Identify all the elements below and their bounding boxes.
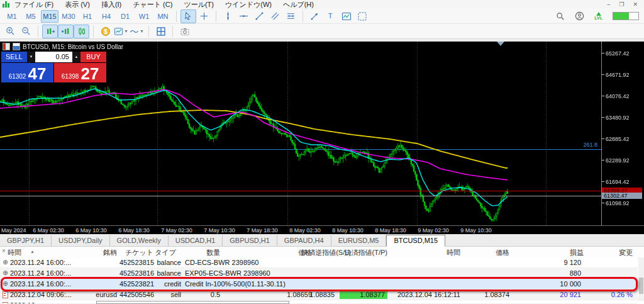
buy-button[interactable]: BUY <box>80 52 106 62</box>
fibonacci-tool-button[interactable] <box>283 9 299 23</box>
time-axis-label: 6 May 10:30 <box>75 227 107 234</box>
timeframe-h1[interactable]: H1 <box>79 10 96 23</box>
chart-shift-marker[interactable] <box>497 42 504 46</box>
one-click-trading-panel: SELL ▼ 0.05 ▲ BUY 61302 47 61398 27 <box>1 52 106 82</box>
column-header-3[interactable]: タイプ <box>148 248 176 257</box>
column-header-11[interactable]: 変更 <box>584 248 633 257</box>
timeframe-w1[interactable]: W1 <box>135 10 153 23</box>
table-row[interactable]: ⊕2023.11.24 16:00:...452523815balance9 1… <box>0 257 638 268</box>
chart-tab-eurusd[interactable]: EURUSD,M5 <box>331 235 387 246</box>
column-header-7[interactable]: 決済指値(T/P) <box>301 248 387 257</box>
menu-item-5[interactable]: ウインドウ(W) <box>225 0 272 9</box>
column-header-8[interactable]: 時間 <box>391 248 460 257</box>
menu-item-6[interactable]: ヘルプ(H) <box>283 0 314 9</box>
menu-item-3[interactable]: チャート (C) <box>133 0 172 9</box>
cell-time: 2023.11.24 16:00:... <box>10 269 80 277</box>
cell-profit: 9 120 <box>512 259 581 266</box>
column-header-9[interactable]: 価格 <box>463 248 509 257</box>
level-indicator[interactable]: LVL <box>594 12 602 20</box>
channel-tool-button[interactable] <box>267 9 283 23</box>
chart-tab-usdcad[interactable]: USDCAD,H1 <box>169 235 223 246</box>
column-header-2[interactable]: チケット <box>114 248 153 257</box>
vertical-scrollbar-thumb[interactable] <box>639 278 643 294</box>
timeframe-m15[interactable]: M15 <box>41 10 58 23</box>
text-tool-button[interactable]: T <box>323 9 338 23</box>
close-button[interactable]: ✕ <box>633 1 638 8</box>
timeframe-m30[interactable]: M30 <box>60 10 77 23</box>
timeframe-mn[interactable]: MN <box>154 10 172 23</box>
vertical-scrollbar[interactable] <box>638 257 644 301</box>
search-icon[interactable] <box>556 12 565 21</box>
bid-quote[interactable]: 61302 47 <box>1 63 53 82</box>
timeframe-h4[interactable]: H4 <box>97 10 115 23</box>
sell-button[interactable]: SELL <box>1 52 27 62</box>
menu-item-2[interactable]: 挿入(I) <box>101 0 121 9</box>
menu-item-0[interactable]: ファイル (F) <box>14 0 53 9</box>
line-style-dropdown[interactable]: ▼ <box>129 25 145 38</box>
cell-time: 2023.12.04 09:06:... <box>10 291 80 298</box>
column-header-1[interactable]: 銘柄 <box>82 248 117 257</box>
cell-comment: CD-ECS-BWR 2398960 <box>185 259 455 266</box>
minimize-button[interactable]: – <box>607 1 610 8</box>
grid-button[interactable] <box>153 25 169 38</box>
separator <box>303 11 303 22</box>
zoom-out-button[interactable] <box>18 25 34 38</box>
screenshot-button[interactable] <box>177 25 192 38</box>
column-header-10[interactable]: 損益 <box>512 248 584 257</box>
cursor-tool-button[interactable] <box>180 9 196 23</box>
separator <box>38 26 38 37</box>
ask-quote[interactable]: 61398 27 <box>54 63 106 82</box>
volume-increase-button[interactable]: ▲ <box>72 52 80 62</box>
horizontal-line-tool-button[interactable] <box>236 9 252 23</box>
titlebar: ファイル (F)表示 (V)挿入(I)チャート (C)ツール(T)ウインドウ(W… <box>0 0 644 9</box>
arrow-object-button[interactable] <box>307 9 323 23</box>
column-header-4[interactable]: 数量 <box>184 248 220 257</box>
timeframe-buttons: M1M5M15M30H1H4D1W1MN <box>3 10 172 23</box>
indicators-button[interactable] <box>338 9 354 23</box>
time-axis-label: 9 May 02:30 <box>418 227 449 234</box>
auto-scroll-button[interactable] <box>42 25 58 38</box>
chart-tab-gbpaud[interactable]: GBPAUD,H4 <box>277 235 331 246</box>
chart-symbol-label: BTCUSD, M15: Bitcoin vs US Dollar <box>3 43 123 50</box>
level-label: LVL <box>594 16 602 20</box>
symbol-title: BTCUSD, M15: Bitcoin vs US Dollar <box>23 43 123 50</box>
cell-ticket: 452523816 <box>119 269 153 277</box>
order-expand-icon[interactable]: ⊕ <box>2 269 9 277</box>
volume-decrease-button[interactable]: ▼ <box>27 52 35 62</box>
one-click-trading-button[interactable]: $ <box>97 25 113 38</box>
panel-close-button[interactable]: × <box>2 247 6 255</box>
cell-price2: 1.08374 <box>463 291 509 298</box>
trendline-tool-button[interactable] <box>252 9 267 23</box>
chart-tab-gold[interactable]: GOLD,Weekly <box>110 235 169 246</box>
crosshair-tool-button[interactable] <box>196 9 212 23</box>
chart-tab-gbpusd[interactable]: GBPUSD,H1 <box>223 235 277 246</box>
horizontal-scrollbar-thumb[interactable] <box>96 301 289 304</box>
chart-window-icon[interactable] <box>13 43 20 50</box>
objects-list-button[interactable] <box>354 9 370 23</box>
chart-tab-usdjpy[interactable]: USDJPY,Daily <box>52 235 110 246</box>
column-header-0[interactable]: 時間 <box>8 248 70 257</box>
cell-symbol: eurusd <box>82 291 117 298</box>
menu-item-1[interactable]: 表示 (V) <box>65 0 90 9</box>
cell-ticket: 452523815 <box>119 259 153 266</box>
maximize-button[interactable]: ❐ <box>619 1 624 8</box>
account-icon[interactable] <box>575 11 584 21</box>
timeframe-m5[interactable]: M5 <box>22 10 40 23</box>
candlestick-mode-button[interactable] <box>74 25 89 38</box>
time-axis-label: 8 May 02:30 <box>289 227 321 234</box>
time-axis-label: 5 May 2024 <box>0 227 26 234</box>
depth-of-market-icon[interactable] <box>3 43 10 50</box>
toolbar-timeframes: M1M5M15M30H1H4D1W1MN T <box>0 9 644 24</box>
chart-shift-button[interactable] <box>58 25 74 38</box>
order-expand-icon[interactable]: ⊕ <box>2 259 9 266</box>
chart-tab-btcusd[interactable]: BTCUSD,M15 <box>386 235 445 247</box>
zoom-in-button[interactable] <box>3 25 18 38</box>
volume-input[interactable]: 0.05 <box>35 52 72 62</box>
menu-item-4[interactable]: ツール(T) <box>184 0 214 9</box>
chart-tab-gbpjpy[interactable]: GBPJPY,H1 <box>0 235 52 246</box>
price-axis-label: 62289.92 <box>606 157 630 164</box>
timeframe-m1[interactable]: M1 <box>3 10 21 23</box>
timeframe-d1[interactable]: D1 <box>116 10 134 23</box>
vertical-line-tool-button[interactable] <box>220 9 236 23</box>
chart-style-dropdown[interactable]: ▼ <box>113 25 129 38</box>
